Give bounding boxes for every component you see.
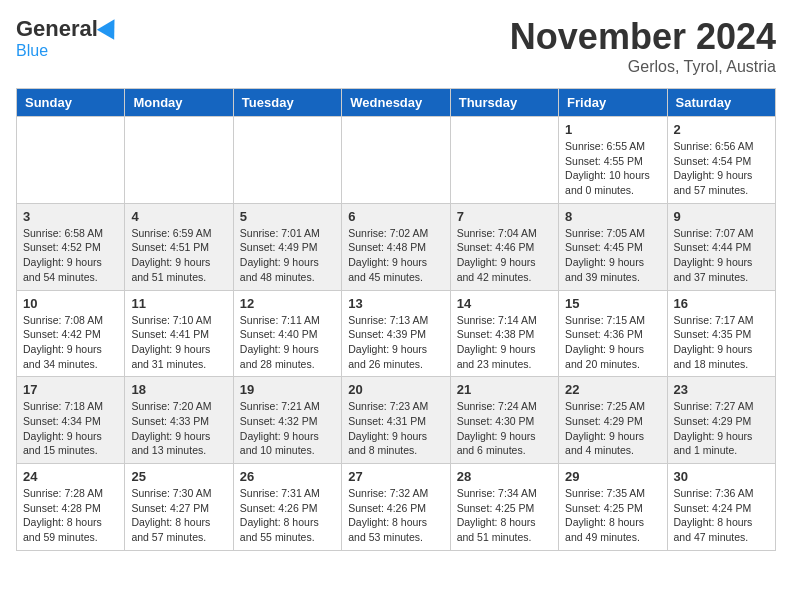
day-info: Sunrise: 7:35 AMSunset: 4:25 PMDaylight:… <box>565 486 660 545</box>
day-info: Sunrise: 7:31 AMSunset: 4:26 PMDaylight:… <box>240 486 335 545</box>
day-info: Sunrise: 7:10 AMSunset: 4:41 PMDaylight:… <box>131 313 226 372</box>
day-number: 4 <box>131 209 226 224</box>
day-number: 11 <box>131 296 226 311</box>
calendar-cell: 28Sunrise: 7:34 AMSunset: 4:25 PMDayligh… <box>450 464 558 551</box>
day-info: Sunrise: 7:34 AMSunset: 4:25 PMDaylight:… <box>457 486 552 545</box>
day-info: Sunrise: 7:27 AMSunset: 4:29 PMDaylight:… <box>674 399 769 458</box>
day-info: Sunrise: 7:01 AMSunset: 4:49 PMDaylight:… <box>240 226 335 285</box>
day-info: Sunrise: 7:17 AMSunset: 4:35 PMDaylight:… <box>674 313 769 372</box>
weekday-header-thursday: Thursday <box>450 89 558 117</box>
day-info: Sunrise: 6:55 AMSunset: 4:55 PMDaylight:… <box>565 139 660 198</box>
day-number: 17 <box>23 382 118 397</box>
title-section: November 2024 Gerlos, Tyrol, Austria <box>510 16 776 76</box>
calendar-cell: 12Sunrise: 7:11 AMSunset: 4:40 PMDayligh… <box>233 290 341 377</box>
day-number: 20 <box>348 382 443 397</box>
day-number: 13 <box>348 296 443 311</box>
page-header: General Blue November 2024 Gerlos, Tyrol… <box>16 16 776 76</box>
calendar-cell: 23Sunrise: 7:27 AMSunset: 4:29 PMDayligh… <box>667 377 775 464</box>
weekday-header-row: SundayMondayTuesdayWednesdayThursdayFrid… <box>17 89 776 117</box>
calendar-cell: 22Sunrise: 7:25 AMSunset: 4:29 PMDayligh… <box>559 377 667 464</box>
weekday-header-monday: Monday <box>125 89 233 117</box>
day-info: Sunrise: 7:13 AMSunset: 4:39 PMDaylight:… <box>348 313 443 372</box>
calendar-cell: 18Sunrise: 7:20 AMSunset: 4:33 PMDayligh… <box>125 377 233 464</box>
weekday-header-saturday: Saturday <box>667 89 775 117</box>
day-number: 26 <box>240 469 335 484</box>
calendar-cell: 19Sunrise: 7:21 AMSunset: 4:32 PMDayligh… <box>233 377 341 464</box>
calendar-cell: 10Sunrise: 7:08 AMSunset: 4:42 PMDayligh… <box>17 290 125 377</box>
day-number: 12 <box>240 296 335 311</box>
weekday-header-wednesday: Wednesday <box>342 89 450 117</box>
day-info: Sunrise: 7:11 AMSunset: 4:40 PMDaylight:… <box>240 313 335 372</box>
day-number: 10 <box>23 296 118 311</box>
calendar-cell: 13Sunrise: 7:13 AMSunset: 4:39 PMDayligh… <box>342 290 450 377</box>
calendar-cell <box>233 117 341 204</box>
day-info: Sunrise: 6:56 AMSunset: 4:54 PMDaylight:… <box>674 139 769 198</box>
logo-triangle-icon <box>97 14 123 40</box>
day-number: 24 <box>23 469 118 484</box>
day-number: 8 <box>565 209 660 224</box>
day-info: Sunrise: 7:04 AMSunset: 4:46 PMDaylight:… <box>457 226 552 285</box>
logo-general-text: General <box>16 16 98 42</box>
location: Gerlos, Tyrol, Austria <box>510 58 776 76</box>
day-number: 3 <box>23 209 118 224</box>
calendar-cell: 16Sunrise: 7:17 AMSunset: 4:35 PMDayligh… <box>667 290 775 377</box>
day-number: 1 <box>565 122 660 137</box>
day-number: 7 <box>457 209 552 224</box>
day-info: Sunrise: 7:02 AMSunset: 4:48 PMDaylight:… <box>348 226 443 285</box>
calendar-cell: 3Sunrise: 6:58 AMSunset: 4:52 PMDaylight… <box>17 203 125 290</box>
logo-blue-text: Blue <box>16 42 48 60</box>
calendar-cell: 21Sunrise: 7:24 AMSunset: 4:30 PMDayligh… <box>450 377 558 464</box>
calendar-cell: 14Sunrise: 7:14 AMSunset: 4:38 PMDayligh… <box>450 290 558 377</box>
day-info: Sunrise: 7:24 AMSunset: 4:30 PMDaylight:… <box>457 399 552 458</box>
calendar-cell <box>342 117 450 204</box>
day-number: 6 <box>348 209 443 224</box>
day-number: 27 <box>348 469 443 484</box>
day-info: Sunrise: 7:23 AMSunset: 4:31 PMDaylight:… <box>348 399 443 458</box>
day-number: 14 <box>457 296 552 311</box>
calendar-week-row: 24Sunrise: 7:28 AMSunset: 4:28 PMDayligh… <box>17 464 776 551</box>
calendar-week-row: 10Sunrise: 7:08 AMSunset: 4:42 PMDayligh… <box>17 290 776 377</box>
weekday-header-sunday: Sunday <box>17 89 125 117</box>
calendar-cell: 27Sunrise: 7:32 AMSunset: 4:26 PMDayligh… <box>342 464 450 551</box>
calendar-cell: 20Sunrise: 7:23 AMSunset: 4:31 PMDayligh… <box>342 377 450 464</box>
calendar-cell: 2Sunrise: 6:56 AMSunset: 4:54 PMDaylight… <box>667 117 775 204</box>
calendar-cell: 4Sunrise: 6:59 AMSunset: 4:51 PMDaylight… <box>125 203 233 290</box>
day-info: Sunrise: 7:28 AMSunset: 4:28 PMDaylight:… <box>23 486 118 545</box>
day-number: 25 <box>131 469 226 484</box>
day-number: 23 <box>674 382 769 397</box>
day-number: 29 <box>565 469 660 484</box>
calendar-cell: 11Sunrise: 7:10 AMSunset: 4:41 PMDayligh… <box>125 290 233 377</box>
calendar-cell: 25Sunrise: 7:30 AMSunset: 4:27 PMDayligh… <box>125 464 233 551</box>
day-number: 18 <box>131 382 226 397</box>
calendar-cell <box>450 117 558 204</box>
day-info: Sunrise: 6:58 AMSunset: 4:52 PMDaylight:… <box>23 226 118 285</box>
calendar-cell: 5Sunrise: 7:01 AMSunset: 4:49 PMDaylight… <box>233 203 341 290</box>
day-info: Sunrise: 7:14 AMSunset: 4:38 PMDaylight:… <box>457 313 552 372</box>
calendar-cell: 30Sunrise: 7:36 AMSunset: 4:24 PMDayligh… <box>667 464 775 551</box>
day-info: Sunrise: 7:30 AMSunset: 4:27 PMDaylight:… <box>131 486 226 545</box>
day-number: 28 <box>457 469 552 484</box>
day-info: Sunrise: 7:05 AMSunset: 4:45 PMDaylight:… <box>565 226 660 285</box>
calendar-table: SundayMondayTuesdayWednesdayThursdayFrid… <box>16 88 776 551</box>
day-info: Sunrise: 7:36 AMSunset: 4:24 PMDaylight:… <box>674 486 769 545</box>
day-info: Sunrise: 6:59 AMSunset: 4:51 PMDaylight:… <box>131 226 226 285</box>
day-number: 22 <box>565 382 660 397</box>
day-info: Sunrise: 7:20 AMSunset: 4:33 PMDaylight:… <box>131 399 226 458</box>
weekday-header-tuesday: Tuesday <box>233 89 341 117</box>
day-number: 16 <box>674 296 769 311</box>
calendar-cell: 17Sunrise: 7:18 AMSunset: 4:34 PMDayligh… <box>17 377 125 464</box>
calendar-cell: 1Sunrise: 6:55 AMSunset: 4:55 PMDaylight… <box>559 117 667 204</box>
day-info: Sunrise: 7:32 AMSunset: 4:26 PMDaylight:… <box>348 486 443 545</box>
day-number: 5 <box>240 209 335 224</box>
day-info: Sunrise: 7:08 AMSunset: 4:42 PMDaylight:… <box>23 313 118 372</box>
calendar-cell: 7Sunrise: 7:04 AMSunset: 4:46 PMDaylight… <box>450 203 558 290</box>
day-number: 15 <box>565 296 660 311</box>
day-info: Sunrise: 7:25 AMSunset: 4:29 PMDaylight:… <box>565 399 660 458</box>
calendar-week-row: 3Sunrise: 6:58 AMSunset: 4:52 PMDaylight… <box>17 203 776 290</box>
calendar-cell: 26Sunrise: 7:31 AMSunset: 4:26 PMDayligh… <box>233 464 341 551</box>
weekday-header-friday: Friday <box>559 89 667 117</box>
day-number: 19 <box>240 382 335 397</box>
calendar-week-row: 1Sunrise: 6:55 AMSunset: 4:55 PMDaylight… <box>17 117 776 204</box>
calendar-cell: 9Sunrise: 7:07 AMSunset: 4:44 PMDaylight… <box>667 203 775 290</box>
calendar-cell: 6Sunrise: 7:02 AMSunset: 4:48 PMDaylight… <box>342 203 450 290</box>
